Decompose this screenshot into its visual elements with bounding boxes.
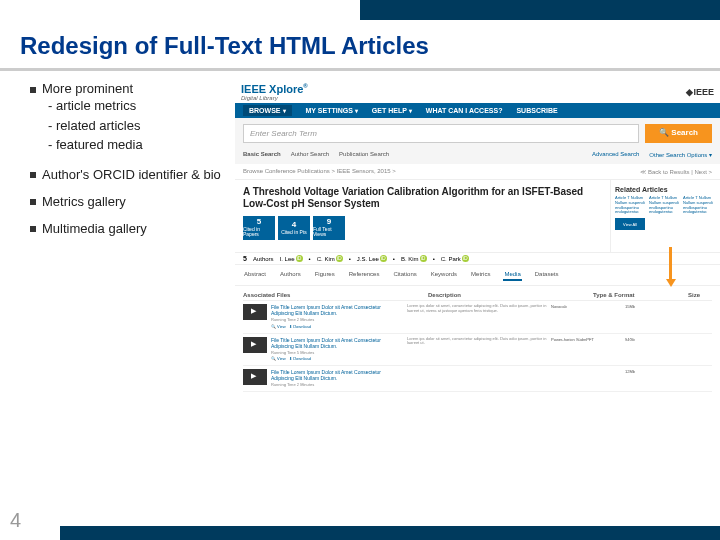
xplore-header: IEEE Xplore® Digital Library ◆IEEE xyxy=(235,81,720,103)
sub-bullets: - article metrics - related articles - f… xyxy=(48,96,225,155)
file-title[interactable]: File Title Lorem Ipsum Dolor sit Amet Co… xyxy=(271,304,403,330)
col-desc: Description xyxy=(428,292,568,298)
other-search-link[interactable]: Other Search Options ▾ xyxy=(649,151,712,158)
tab-figures[interactable]: Figures xyxy=(314,269,336,281)
author-item[interactable]: J.S. Lee iD xyxy=(357,255,387,262)
bullet-3: Metrics gallery xyxy=(30,194,225,209)
tab-keywords[interactable]: Keywords xyxy=(430,269,458,281)
slide-footer-accent xyxy=(60,526,720,540)
orcid-icon: iD xyxy=(380,255,387,262)
chevron-down-icon: ▾ xyxy=(283,107,286,114)
bullet-2: Author's ORCID identifier & bio xyxy=(30,167,225,182)
tab-references[interactable]: References xyxy=(348,269,381,281)
chevron-down-icon: ▾ xyxy=(355,107,358,114)
file-size: 12Mb xyxy=(625,369,649,374)
chevron-down-icon: ▾ xyxy=(409,107,412,114)
article-main: A Threshold Voltage Variation Calibratio… xyxy=(235,180,610,252)
file-title[interactable]: File Title Lorem Ipsum Dolor sit Amet Co… xyxy=(271,337,403,363)
related-header: Related Articles xyxy=(615,186,716,193)
file-desc: Lorem ips dolor sit amet, consectetur ad… xyxy=(407,337,547,347)
adv-search-link[interactable]: Advanced Search xyxy=(592,151,639,158)
file-desc: Lorem ips dolor sit amet, consectetur ad… xyxy=(407,304,547,314)
xplore-logo: IEEE Xplore® xyxy=(241,83,308,95)
video-thumb-icon[interactable] xyxy=(243,369,267,385)
bullet-4: Multimedia gallery xyxy=(30,221,225,236)
metric-cited-papers[interactable]: 5Cited in Papers xyxy=(243,216,275,240)
slide-top-accent xyxy=(360,0,720,20)
callout-arrow-icon xyxy=(669,247,672,281)
related-item[interactable]: Article T Nullam Nullam suspendi endlosp… xyxy=(683,196,713,215)
nav-bar: BROWSE▾ MY SETTINGS▾ GET HELP▾ WHAT CAN … xyxy=(235,103,720,118)
breadcrumb-path[interactable]: Browse Conference Publications > IEEE Se… xyxy=(243,168,396,175)
xplore-sublogo: Digital Library xyxy=(241,95,308,101)
orcid-icon: iD xyxy=(336,255,343,262)
search-input[interactable]: Enter Search Term xyxy=(243,124,639,143)
bullet-list: More prominent - article metrics - relat… xyxy=(30,81,225,396)
file-title[interactable]: File Title Lorem Ipsum Dolor sit Amet Co… xyxy=(271,369,403,388)
tab-media[interactable]: Media xyxy=(503,269,521,281)
authors-row: 5 Authors I. Lee iD• C. Kim iD• J.S. Lee… xyxy=(235,252,720,265)
file-size: 15Mb xyxy=(625,304,649,309)
sub-search-row: Basic Search Author Search Publication S… xyxy=(235,149,720,164)
files-header: Associated Files Description Type & Form… xyxy=(243,290,712,301)
tab-citations[interactable]: Citations xyxy=(392,269,417,281)
files-section: Associated Files Description Type & Form… xyxy=(235,286,720,396)
title-bar: Redesign of Full-Text HTML Articles xyxy=(0,20,720,71)
author-count: 5 xyxy=(243,255,247,262)
bullet-square-icon xyxy=(30,172,36,178)
search-row: Enter Search Term 🔍 Search xyxy=(235,118,720,149)
nav-subscribe[interactable]: SUBSCRIBE xyxy=(516,107,557,114)
orcid-icon: iD xyxy=(420,255,427,262)
col-size: Size xyxy=(688,292,712,298)
bullet-square-icon xyxy=(30,87,36,93)
file-row: File Title Lorem Ipsum Dolor sit Amet Co… xyxy=(243,334,712,367)
file-type: Power-horion SüdmPFT xyxy=(551,337,621,342)
authors-label: Authors xyxy=(253,256,274,262)
basic-search-link[interactable]: Basic Search xyxy=(243,151,281,158)
search-button[interactable]: 🔍 Search xyxy=(645,124,712,143)
nav-help[interactable]: GET HELP▾ xyxy=(372,107,412,114)
metrics-row: 5Cited in Papers 4Cited in Pts 9Full Tex… xyxy=(243,216,602,240)
tab-abstract[interactable]: Abstract xyxy=(243,269,267,281)
video-thumb-icon[interactable] xyxy=(243,337,267,353)
nav-access[interactable]: WHAT CAN I ACCESS? xyxy=(426,107,503,114)
back-to-results[interactable]: ≪ Back to Results | Next > xyxy=(640,168,712,175)
slide-title: Redesign of Full-Text HTML Articles xyxy=(20,32,700,60)
bullet-square-icon xyxy=(30,199,36,205)
view-all-button[interactable]: View All xyxy=(615,218,645,230)
author-search-link[interactable]: Author Search xyxy=(291,151,329,158)
orcid-icon: iD xyxy=(462,255,469,262)
bullet-1: More prominent - article metrics - relat… xyxy=(30,81,225,155)
orcid-icon: iD xyxy=(296,255,303,262)
nav-settings[interactable]: MY SETTINGS▾ xyxy=(306,107,358,114)
related-item[interactable]: Article T Nullam Nullam suspendi endlosp… xyxy=(615,196,645,215)
tab-datasets[interactable]: Datasets xyxy=(534,269,560,281)
related-sidebar: Related Articles Article T Nullam Nullam… xyxy=(610,180,720,252)
file-row: File Title Lorem Ipsum Dolor sit Amet Co… xyxy=(243,366,712,392)
author-item[interactable]: C. Park iD xyxy=(441,255,469,262)
article-tabs: Abstract Authors Figures References Cita… xyxy=(235,265,720,286)
related-item[interactable]: Article T Nullam Nullam suspendi endlosp… xyxy=(649,196,679,215)
page-number: 4 xyxy=(10,509,21,532)
tab-authors[interactable]: Authors xyxy=(279,269,302,281)
author-item[interactable]: I. Lee iD xyxy=(280,255,303,262)
col-type: Type & Format xyxy=(593,292,663,298)
nav-browse[interactable]: BROWSE▾ xyxy=(243,105,292,116)
video-thumb-icon[interactable] xyxy=(243,304,267,320)
breadcrumb: Browse Conference Publications > IEEE Se… xyxy=(235,164,720,180)
pub-search-link[interactable]: Publication Search xyxy=(339,151,389,158)
col-files: Associated Files xyxy=(243,292,403,298)
metric-cited-patents[interactable]: 4Cited in Pts xyxy=(278,216,310,240)
file-type: Novocab xyxy=(551,304,621,309)
article-title: A Threshold Voltage Variation Calibratio… xyxy=(243,186,602,210)
file-row: File Title Lorem Ipsum Dolor sit Amet Co… xyxy=(243,301,712,334)
author-item[interactable]: C. Kim iD xyxy=(317,255,343,262)
file-size: 94Gb xyxy=(625,337,649,342)
ieee-logo: ◆IEEE xyxy=(686,87,714,97)
tab-metrics[interactable]: Metrics xyxy=(470,269,491,281)
metric-fulltext-views[interactable]: 9Full Text Views xyxy=(313,216,345,240)
embedded-screenshot: IEEE Xplore® Digital Library ◆IEEE BROWS… xyxy=(235,81,720,396)
author-item[interactable]: B. Kim iD xyxy=(401,255,427,262)
bullet-square-icon xyxy=(30,226,36,232)
